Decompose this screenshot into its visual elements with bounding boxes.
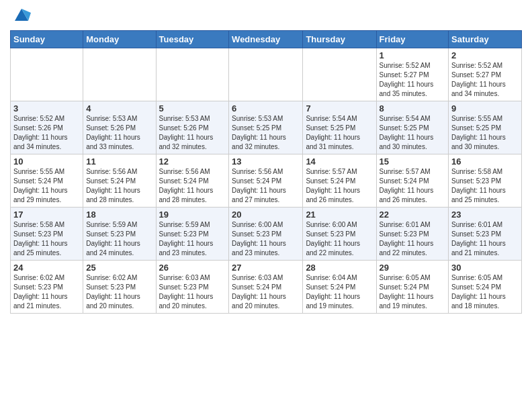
day-info: Sunrise: 6:05 AM Sunset: 5:24 PM Dayligh… (451, 273, 519, 311)
empty-cell (83, 48, 156, 101)
day-number: 18 (86, 210, 152, 220)
week-row-2: 3Sunrise: 5:52 AM Sunset: 5:26 PM Daylig… (11, 101, 522, 154)
day-number: 29 (380, 263, 446, 273)
day-info: Sunrise: 5:56 AM Sunset: 5:24 PM Dayligh… (232, 167, 300, 205)
day-cell-2: 2Sunrise: 5:52 AM Sunset: 5:27 PM Daylig… (449, 48, 522, 101)
day-number: 23 (451, 210, 519, 220)
day-number: 15 (380, 156, 446, 167)
day-number: 6 (232, 103, 300, 113)
week-row-3: 10Sunrise: 5:55 AM Sunset: 5:24 PM Dayli… (11, 154, 522, 208)
day-info: Sunrise: 5:54 AM Sunset: 5:25 PM Dayligh… (306, 114, 373, 152)
day-number: 17 (13, 210, 80, 220)
day-cell-23: 23Sunrise: 6:01 AM Sunset: 5:23 PM Dayli… (449, 208, 522, 261)
day-info: Sunrise: 5:54 AM Sunset: 5:25 PM Dayligh… (380, 114, 446, 152)
day-info: Sunrise: 5:52 AM Sunset: 5:26 PM Dayligh… (13, 114, 80, 152)
weekday-header-sunday: Sunday (11, 31, 83, 48)
day-info: Sunrise: 6:00 AM Sunset: 5:23 PM Dayligh… (306, 220, 373, 258)
day-number: 5 (159, 103, 226, 113)
day-info: Sunrise: 5:59 AM Sunset: 5:23 PM Dayligh… (159, 220, 226, 258)
day-info: Sunrise: 5:52 AM Sunset: 5:27 PM Dayligh… (451, 61, 519, 99)
day-cell-7: 7Sunrise: 5:54 AM Sunset: 5:25 PM Daylig… (303, 101, 376, 154)
day-cell-25: 25Sunrise: 6:02 AM Sunset: 5:23 PM Dayli… (83, 261, 156, 314)
day-info: Sunrise: 5:59 AM Sunset: 5:23 PM Dayligh… (86, 220, 152, 258)
day-cell-9: 9Sunrise: 5:55 AM Sunset: 5:25 PM Daylig… (449, 101, 522, 154)
day-number: 22 (380, 210, 446, 220)
day-number: 25 (86, 263, 152, 273)
day-number: 20 (232, 210, 300, 220)
day-number: 21 (306, 210, 373, 220)
day-info: Sunrise: 5:53 AM Sunset: 5:25 PM Dayligh… (232, 114, 300, 152)
day-cell-1: 1Sunrise: 5:52 AM Sunset: 5:27 PM Daylig… (376, 48, 449, 101)
day-info: Sunrise: 6:02 AM Sunset: 5:23 PM Dayligh… (13, 273, 80, 311)
day-number: 11 (86, 156, 152, 167)
day-number: 13 (232, 156, 300, 167)
empty-cell (156, 48, 229, 101)
day-cell-24: 24Sunrise: 6:02 AM Sunset: 5:23 PM Dayli… (11, 261, 83, 314)
day-cell-13: 13Sunrise: 5:56 AM Sunset: 5:24 PM Dayli… (229, 154, 303, 208)
day-info: Sunrise: 6:04 AM Sunset: 5:24 PM Dayligh… (306, 273, 373, 311)
weekday-row: SundayMondayTuesdayWednesdayThursdayFrid… (11, 31, 522, 48)
day-cell-30: 30Sunrise: 6:05 AM Sunset: 5:24 PM Dayli… (449, 261, 522, 314)
day-cell-29: 29Sunrise: 6:05 AM Sunset: 5:24 PM Dayli… (376, 261, 449, 314)
day-cell-4: 4Sunrise: 5:53 AM Sunset: 5:26 PM Daylig… (83, 101, 156, 154)
day-info: Sunrise: 5:52 AM Sunset: 5:27 PM Dayligh… (380, 61, 446, 99)
day-info: Sunrise: 5:53 AM Sunset: 5:26 PM Dayligh… (159, 114, 226, 152)
day-info: Sunrise: 5:57 AM Sunset: 5:24 PM Dayligh… (380, 167, 446, 205)
day-number: 28 (306, 263, 373, 273)
day-info: Sunrise: 5:56 AM Sunset: 5:24 PM Dayligh… (86, 167, 152, 205)
day-info: Sunrise: 6:03 AM Sunset: 5:24 PM Dayligh… (232, 273, 300, 311)
day-number: 26 (159, 263, 226, 273)
day-cell-18: 18Sunrise: 5:59 AM Sunset: 5:23 PM Dayli… (83, 208, 156, 261)
empty-cell (303, 48, 376, 101)
week-row-4: 17Sunrise: 5:58 AM Sunset: 5:23 PM Dayli… (11, 208, 522, 261)
day-cell-14: 14Sunrise: 5:57 AM Sunset: 5:24 PM Dayli… (303, 154, 376, 208)
day-number: 10 (13, 156, 80, 167)
day-info: Sunrise: 5:58 AM Sunset: 5:23 PM Dayligh… (451, 167, 519, 205)
day-info: Sunrise: 5:58 AM Sunset: 5:23 PM Dayligh… (13, 220, 80, 258)
day-cell-27: 27Sunrise: 6:03 AM Sunset: 5:24 PM Dayli… (229, 261, 303, 314)
day-info: Sunrise: 6:02 AM Sunset: 5:23 PM Dayligh… (86, 273, 152, 311)
day-number: 24 (13, 263, 80, 273)
day-cell-26: 26Sunrise: 6:03 AM Sunset: 5:23 PM Dayli… (156, 261, 229, 314)
day-cell-8: 8Sunrise: 5:54 AM Sunset: 5:25 PM Daylig… (376, 101, 449, 154)
day-info: Sunrise: 6:01 AM Sunset: 5:23 PM Dayligh… (380, 220, 446, 258)
week-row-5: 24Sunrise: 6:02 AM Sunset: 5:23 PM Dayli… (11, 261, 522, 314)
day-number: 12 (159, 156, 226, 167)
day-info: Sunrise: 6:05 AM Sunset: 5:24 PM Dayligh… (380, 273, 446, 311)
day-cell-12: 12Sunrise: 5:56 AM Sunset: 5:24 PM Dayli… (156, 154, 229, 208)
day-number: 4 (86, 103, 152, 113)
day-cell-21: 21Sunrise: 6:00 AM Sunset: 5:23 PM Dayli… (303, 208, 376, 261)
logo-text-block (10, 10, 31, 25)
day-cell-3: 3Sunrise: 5:52 AM Sunset: 5:26 PM Daylig… (11, 101, 83, 154)
weekday-header-thursday: Thursday (303, 31, 376, 48)
day-info: Sunrise: 5:53 AM Sunset: 5:26 PM Dayligh… (86, 114, 152, 152)
weekday-header-saturday: Saturday (449, 31, 522, 48)
day-info: Sunrise: 6:03 AM Sunset: 5:23 PM Dayligh… (159, 273, 226, 311)
day-cell-16: 16Sunrise: 5:58 AM Sunset: 5:23 PM Dayli… (449, 154, 522, 208)
day-number: 8 (380, 103, 446, 113)
day-number: 19 (159, 210, 226, 220)
day-cell-28: 28Sunrise: 6:04 AM Sunset: 5:24 PM Dayli… (303, 261, 376, 314)
calendar-table: SundayMondayTuesdayWednesdayThursdayFrid… (10, 30, 522, 314)
page: SundayMondayTuesdayWednesdayThursdayFrid… (0, 0, 532, 320)
day-cell-15: 15Sunrise: 5:57 AM Sunset: 5:24 PM Dayli… (376, 154, 449, 208)
day-number: 7 (306, 103, 373, 113)
day-number: 2 (451, 50, 519, 60)
calendar-header: SundayMondayTuesdayWednesdayThursdayFrid… (11, 31, 522, 48)
day-info: Sunrise: 5:55 AM Sunset: 5:25 PM Dayligh… (451, 114, 519, 152)
day-cell-17: 17Sunrise: 5:58 AM Sunset: 5:23 PM Dayli… (11, 208, 83, 261)
weekday-header-friday: Friday (376, 31, 449, 48)
empty-cell (229, 48, 303, 101)
day-info: Sunrise: 5:57 AM Sunset: 5:24 PM Dayligh… (306, 167, 373, 205)
day-cell-22: 22Sunrise: 6:01 AM Sunset: 5:23 PM Dayli… (376, 208, 449, 261)
day-cell-5: 5Sunrise: 5:53 AM Sunset: 5:26 PM Daylig… (156, 101, 229, 154)
day-number: 1 (380, 50, 446, 60)
week-row-1: 1Sunrise: 5:52 AM Sunset: 5:27 PM Daylig… (11, 48, 522, 101)
day-number: 14 (306, 156, 373, 167)
day-info: Sunrise: 5:56 AM Sunset: 5:24 PM Dayligh… (159, 167, 226, 205)
day-number: 30 (451, 263, 519, 273)
calendar-body: 1Sunrise: 5:52 AM Sunset: 5:27 PM Daylig… (11, 48, 522, 314)
day-cell-20: 20Sunrise: 6:00 AM Sunset: 5:23 PM Dayli… (229, 208, 303, 261)
day-cell-19: 19Sunrise: 5:59 AM Sunset: 5:23 PM Dayli… (156, 208, 229, 261)
weekday-header-tuesday: Tuesday (156, 31, 229, 48)
